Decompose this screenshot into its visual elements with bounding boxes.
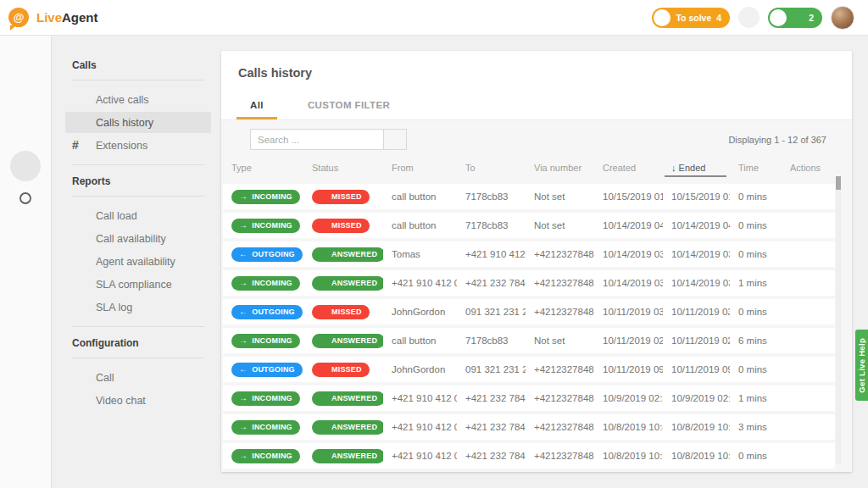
column-header-to[interactable]: To (457, 163, 526, 173)
contact-card-icon: M19 3H5a2 2 0 0 0-2 2v14a2 2 0 0 0 2 2h1… (18, 225, 33, 243)
rail-gear-button[interactable]: M19.14 12.94c.04-.3.06-.61.06-.94 0-.32-… (10, 286, 41, 317)
ended-cell: 10/14/2019 03:4... (663, 249, 730, 259)
column-header-ended[interactable]: ↓ Ended (663, 163, 730, 173)
sidebar-item-agent-availability[interactable]: M19 4h-1V2h-2v2H8V2H6v2H5a2 2 0 0 0-2 2v… (65, 251, 211, 272)
column-header-time[interactable]: Time (730, 163, 782, 173)
column-header-from[interactable]: From (383, 163, 457, 173)
to-cell: +421 232 784 862 (457, 278, 526, 288)
ended-cell: 10/11/2019 09:3... (663, 364, 730, 374)
view-call-button[interactable]: M12 4.5C7 4.5 2.73 7.61 1 12c1.73 4.39 6… (801, 449, 815, 463)
view-call-button[interactable]: M12 4.5C7 4.5 2.73 7.61 1 12c1.73 4.39 6… (801, 305, 815, 319)
sidebar-item-call[interactable]: M6.62 10.79a15.05 15.05 0 0 0 6.59 6.59l… (65, 367, 211, 388)
from-cell: call button (383, 336, 457, 346)
search-icon: M15.5 14h-.79l-.28-.27a6.5 6.5 0 1 0-.7.… (390, 133, 401, 147)
rail-gear-circle-button[interactable]: M12 2a10 10 0 1 0 10 10A10 10 0 0 0 12 2… (10, 320, 41, 351)
created-cell: 10/11/2019 09:3... (594, 364, 663, 374)
to-solve-label: To solve (676, 13, 711, 23)
sidebar-item-call-availability[interactable]: M19 4h-1V2h-2v2H8V2H6v2H5a2 2 0 0 0-2 2v… (65, 228, 211, 249)
phone-icon: M6.62 10.79a15.05 15.05 0 0 0 6.59 6.59l… (72, 371, 85, 384)
sidebar-item-active-calls[interactable]: M6.62 10.79a15.05 15.05 0 0 0 6.59 6.59l… (65, 89, 211, 110)
ring-icon (18, 191, 33, 209)
ended-cell: 10/8/2019 10:47:... (663, 422, 730, 432)
created-cell: 10/14/2019 03:2... (594, 278, 663, 288)
ended-cell: 10/11/2019 02:2... (663, 336, 730, 346)
view-call-button[interactable]: M12 4.5C7 4.5 2.73 7.61 1 12c1.73 4.39 6… (801, 391, 815, 406)
type-badge-outgoing: ←OUTGOING (231, 363, 303, 377)
phone-icon: M6.62 10.79a15.05 15.05 0 0 0 6.59 6.59l… (320, 193, 327, 201)
rail-chat-button[interactable]: M20 2H4a2 2 0 0 0-2 2v18l4-4h14a2 2 0 0 … (10, 117, 41, 147)
hash-icon: # (72, 139, 85, 152)
rail-phone-button[interactable]: M6.62 10.79a15.05 15.05 0 0 0 6.59 6.59l… (10, 151, 41, 181)
sidebar-item-label: Active calls (96, 94, 149, 106)
type-badge-incoming: →INCOMING (231, 391, 300, 406)
column-header-status[interactable]: Status (303, 163, 383, 173)
view-call-button[interactable]: M12 4.5C7 4.5 2.73 7.61 1 12c1.73 4.39 6… (801, 420, 815, 435)
type-badge-incoming: →INCOMING (231, 190, 300, 204)
status-badge-answered: M6.62 10.79a15.05 15.05 0 0 0 6.59 6.59l… (312, 420, 383, 435)
search-input[interactable] (250, 129, 384, 150)
rail-mail-button[interactable]: M20 4H4a2 2 0 0 0-2 2v12a2 2 0 0 0 2 2h1… (10, 83, 41, 114)
rail-dashboard-button[interactable]: M3 3h8v6H3zM13 3h8v10h-8zM3 11h8v10H3zM1… (10, 49, 41, 80)
calendar-check-icon: M19 4h-1V2h-2v2H8V2H6v2H5a2 2 0 0 0-2 2v… (72, 232, 85, 245)
liveagent-logo[interactable]: @ LiveAgent (8, 8, 98, 28)
mail-icon: M20 4H4a2 2 0 0 0-2 2v12a2 2 0 0 0 2 2h1… (18, 89, 33, 108)
sidebar-item-sla-compliance[interactable]: M22 5.72l-4.6-3.86-1.29 1.53 4.6 3.86zM7… (65, 274, 211, 295)
to-cell: +421 910 412 090 (457, 249, 526, 259)
sidebar-item-calls-history[interactable]: M13 3a9 9 0 0 0-9 9H1l3.9 3.9L9 12H6a7 7… (65, 112, 211, 133)
call-row: →INCOMINGM6.62 10.79a15.05 15.05 0 0 0 6… (223, 385, 835, 411)
view-call-button[interactable]: M12 4.5C7 4.5 2.73 7.61 1 12c1.73 4.39 6… (801, 334, 815, 348)
tab-all[interactable]: All (236, 92, 277, 119)
scrollbar-thumb[interactable] (836, 176, 841, 190)
arrow-left-icon: ← (239, 250, 248, 258)
status-badge-missed: M6.62 10.79a15.05 15.05 0 0 0 6.59 6.59l… (312, 363, 370, 377)
sidebar-item-video-chat[interactable]: M17 10.5V7a1 1 0 0 0-1-1H4a1 1 0 0 0-1 1… (65, 390, 211, 411)
add-button[interactable]: M12 2a10 10 0 1 0 10 10A10 10 0 0 0 12 2… (623, 8, 643, 28)
sidebar-item-call-load[interactable]: M6.62 10.79a15.05 15.05 0 0 0 6.59 6.59l… (65, 205, 211, 226)
column-header-created[interactable]: Created (594, 163, 663, 173)
calls-widget[interactable]: M6.62 10.79a15.05 15.05 0 0 0 6.59 6.59l… (768, 8, 822, 28)
to-cell: 7178cb83 (457, 220, 526, 230)
call-row: →INCOMINGM6.62 10.79a15.05 15.05 0 0 0 6… (223, 414, 835, 440)
calls-history-card: Calls history M17.65 6.35A8 8 0 1 0 19.7… (221, 51, 852, 472)
view-call-button[interactable]: M12 4.5C7 4.5 2.73 7.61 1 12c1.73 4.39 6… (801, 190, 815, 204)
to-cell: 7178cb83 (457, 336, 526, 346)
arrow-right-icon: → (239, 192, 248, 201)
tab-custom-filter[interactable]: M12 2a10 10 0 1 0 10 10A10 10 0 0 0 12 2… (277, 92, 403, 119)
icon-rail: M3 3h8v6H3zM13 3h8v10h-8zM3 11h8v10H3zM1… (0, 36, 52, 488)
video-icon: M17 10.5V7a1 1 0 0 0-1-1H4a1 1 0 0 0-1 1… (72, 394, 85, 407)
via-number-cell: +421232784862 (526, 278, 594, 288)
view-call-button[interactable]: M12 4.5C7 4.5 2.73 7.61 1 12c1.73 4.39 6… (801, 247, 815, 262)
column-header-type[interactable]: Type (223, 163, 303, 173)
view-call-button[interactable]: M12 4.5C7 4.5 2.73 7.61 1 12c1.73 4.39 6… (801, 219, 815, 233)
get-live-help-tab[interactable]: Get Live Help (855, 330, 868, 401)
column-header-actions[interactable]: Actions (782, 163, 835, 173)
sidebar-item-sla-log[interactable]: M17.65 6.35A8 8 0 1 0 20 12h-2a6 6 0 1 1… (65, 297, 211, 318)
to-solve-count: 4 (716, 13, 721, 23)
to-solve-widget[interactable]: M20 4H4a2 2 0 0 0-2 2v12a2 2 0 0 0 2 2h1… (652, 8, 730, 28)
user-avatar[interactable] (831, 6, 854, 30)
rail-bank-button[interactable]: M12 2 2 7v2h20V7zM4 11v7h3v-7zm6.5 0v7h3… (10, 252, 41, 283)
view-call-button[interactable]: M12 4.5C7 4.5 2.73 7.61 1 12c1.73 4.39 6… (801, 363, 815, 377)
via-number-cell: +421232784862 (526, 249, 594, 259)
time-cell: 0 mins (730, 249, 782, 259)
call-row: ←OUTGOINGM6.62 10.79a15.05 15.05 0 0 0 6… (223, 299, 835, 324)
time-cell: 6 mins (730, 336, 782, 346)
sidebar-item-extensions[interactable]: #Extensions (65, 135, 211, 156)
rail-ring-button[interactable] (10, 185, 41, 215)
sidebar-item-label: Calls history (96, 117, 153, 129)
status-badge-missed: M6.62 10.79a15.05 15.05 0 0 0 6.59 6.59l… (312, 190, 370, 204)
rail-contact-card-button[interactable]: M19 3H5a2 2 0 0 0-2 2v14a2 2 0 0 0 2 2h1… (10, 219, 41, 249)
scrollbar-track[interactable] (836, 176, 841, 464)
time-cell: 3 mins (730, 422, 782, 432)
tab-label: CUSTOM FILTER (308, 100, 390, 110)
refresh-button[interactable]: M17.65 6.35A8 8 0 1 0 19.73 14h-2.08a6 6… (819, 69, 832, 86)
via-number-cell: +421232784862 (526, 451, 594, 461)
bank-icon: M12 2 2 7v2h20V7zM4 11v7h3v-7zm6.5 0v7h3… (18, 258, 33, 277)
view-call-button[interactable]: M12 4.5C7 4.5 2.73 7.61 1 12c1.73 4.39 6… (801, 276, 815, 291)
column-header-via-number[interactable]: Via number (526, 163, 594, 173)
chat-widget-button[interactable]: M20 2H4a2 2 0 0 0-2 2v18l4-4h14a2 2 0 0 … (738, 7, 760, 28)
call-row: →INCOMINGM6.62 10.79a15.05 15.05 0 0 0 6… (223, 213, 835, 238)
call-row: →INCOMINGM6.62 10.79a15.05 15.05 0 0 0 6… (223, 184, 835, 209)
search-button[interactable]: M15.5 14h-.79l-.28-.27a6.5 6.5 0 1 0-.7.… (384, 129, 407, 150)
from-cell: +421 910 412 090 (383, 451, 457, 461)
